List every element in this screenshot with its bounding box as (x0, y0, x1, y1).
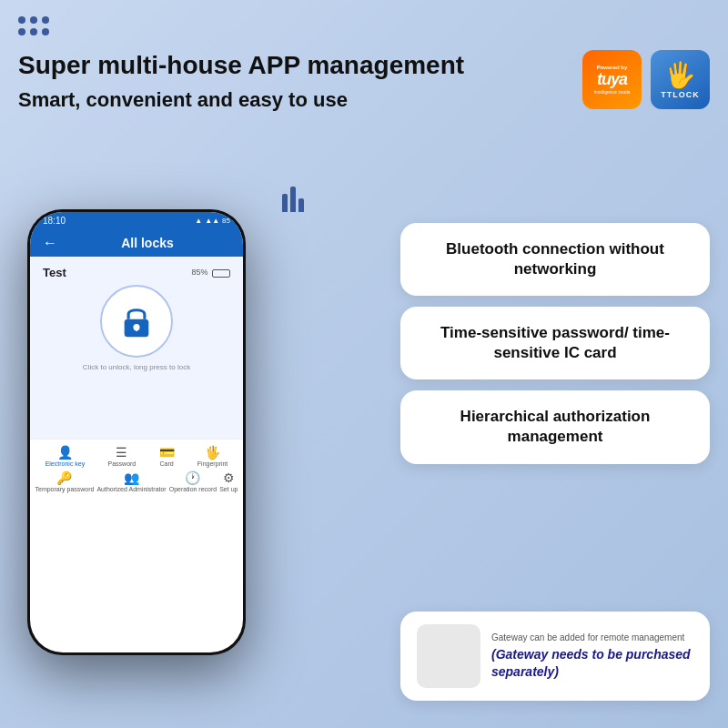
nav-item-password[interactable]: ☰ Password (108, 445, 136, 467)
nav-label-fingerprint: Fingerprint (197, 460, 228, 467)
gateway-section: Gateway can be added for remote manageme… (400, 612, 710, 701)
lock-name: Test (43, 266, 66, 279)
battery-bar (212, 269, 230, 278)
header-area: Super multi-house APP management Smart, … (18, 50, 710, 112)
app-content: Test 85% Click (30, 257, 243, 439)
gateway-small-text: Gateway can be added for remote manageme… (491, 632, 693, 642)
nav-row-1: 👤 Electronic key ☰ Password 💳 Card 🖐 Fin… (34, 445, 239, 467)
admin-icon: 👥 (124, 470, 139, 485)
nav-item-temp-password[interactable]: 🔑 Temporary password (35, 470, 94, 492)
nav-label-operation: Operation record (169, 486, 217, 492)
battery-indicator: 85% (191, 268, 230, 277)
feature-card-hierarchical: Hierarchical authorization management (400, 390, 710, 463)
feature-cards: Bluetooth connection without networking … (400, 223, 710, 464)
back-button[interactable]: ← (43, 235, 57, 251)
nav-label-admin: Authorized Administrator (96, 486, 166, 492)
feature-card-bluetooth-text: Bluetooth connection without networking (446, 240, 664, 278)
nav-label-temp-password: Temporary password (35, 486, 94, 492)
nav-item-electronic-key[interactable]: 👤 Electronic key (46, 445, 86, 467)
gateway-device-image (417, 624, 480, 688)
dot (18, 16, 25, 24)
svg-rect-2 (136, 328, 138, 331)
lock-name-row: Test 85% (43, 266, 230, 279)
nav-label-setup: Set up (219, 486, 238, 492)
dot (42, 28, 49, 35)
nav-row-2: 🔑 Temporary password 👥 Authorized Admini… (34, 470, 239, 492)
password-icon: ☰ (116, 445, 127, 460)
nav-item-operation[interactable]: 🕐 Operation record (169, 470, 217, 492)
bar-chart-decoration (282, 187, 304, 212)
nav-item-setup[interactable]: ⚙ Set up (219, 470, 238, 492)
phone-screen: 18:10 ▲ ▲▲ 85 ← All locks Test 85% (30, 212, 243, 652)
status-bar: 18:10 ▲ ▲▲ 85 (30, 212, 243, 229)
app-header-title: All locks (65, 236, 230, 250)
wifi-icon: ▲ (195, 217, 202, 225)
app-bottom-nav: 👤 Electronic key ☰ Password 💳 Card 🖐 Fin… (30, 439, 243, 500)
bar-2 (290, 187, 296, 212)
dot (18, 28, 25, 35)
nav-item-admin[interactable]: 👥 Authorized Administrator (96, 470, 166, 492)
dot (30, 16, 37, 24)
bar-1 (282, 194, 288, 212)
signal-icon: ▲▲ (205, 217, 219, 225)
status-icons: ▲ ▲▲ 85 (195, 217, 230, 225)
unlock-hint: Click to unlock, long press to lock (43, 363, 230, 371)
dot (30, 28, 37, 35)
nav-item-card[interactable]: 💳 Card (159, 445, 175, 467)
dots-decoration (18, 16, 49, 35)
battery-percent: 85% (191, 268, 207, 277)
nav-label-password: Password (108, 460, 136, 467)
main-title: Super multi-house APP management (18, 50, 710, 81)
feature-card-password: Time-sensitive password/ time-sensitive … (400, 307, 710, 379)
gateway-text-area: Gateway can be added for remote manageme… (491, 632, 693, 679)
sub-title: Smart, convenient and easy to use (18, 88, 710, 112)
dot (42, 16, 49, 24)
lock-icon (118, 303, 155, 339)
phone-body: 18:10 ▲ ▲▲ 85 ← All locks Test 85% (27, 209, 246, 655)
feature-card-password-text: Time-sensitive password/ time-sensitive … (440, 324, 670, 361)
lock-circle[interactable] (100, 285, 173, 358)
temp-password-icon: 🔑 (56, 470, 72, 485)
setup-icon: ⚙ (223, 470, 235, 485)
status-time: 18:10 (43, 216, 66, 226)
card-icon: 💳 (159, 445, 175, 460)
fingerprint-icon: 🖐 (205, 445, 220, 460)
nav-label-electronic-key: Electronic key (46, 460, 86, 467)
operation-icon: 🕐 (185, 470, 200, 485)
battery-text: 85 (222, 217, 230, 225)
electronic-key-icon: 👤 (57, 445, 73, 460)
phone-mockup: 18:10 ▲ ▲▲ 85 ← All locks Test 85% (27, 209, 246, 655)
nav-label-card: Card (159, 460, 173, 467)
nav-item-fingerprint[interactable]: 🖐 Fingerprint (197, 445, 228, 467)
feature-card-bluetooth: Bluetooth connection without networking (400, 223, 710, 296)
bar-3 (298, 198, 304, 212)
app-header: ← All locks (30, 229, 243, 257)
feature-card-hierarchical-text: Hierarchical authorization management (460, 408, 651, 445)
gateway-main-text: (Gateway needs to be purchased separatel… (491, 646, 693, 679)
